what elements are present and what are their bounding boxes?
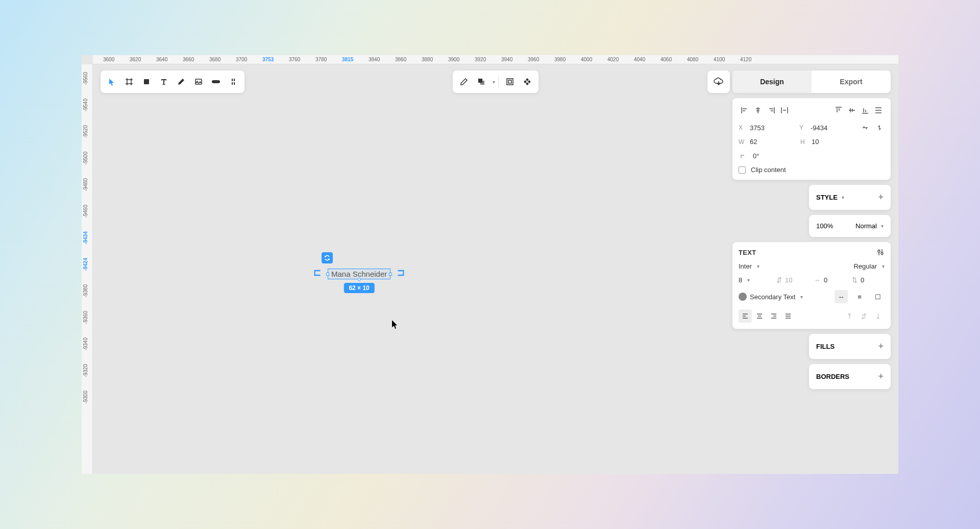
design-app-frame: 3600362036403660368037003753376037803815…: [82, 55, 898, 474]
ruler-tick: -9434: [83, 231, 88, 245]
align-justify-icon[interactable]: [778, 104, 791, 116]
opacity-value[interactable]: 100%: [816, 222, 833, 230]
svg-rect-6: [507, 79, 513, 85]
ruler-tick: 3960: [528, 57, 539, 62]
weight-chevron-icon[interactable]: ▾: [882, 263, 885, 269]
font-chevron-icon[interactable]: ▾: [757, 263, 760, 269]
letter-spacing[interactable]: 0: [824, 276, 827, 284]
clip-content-checkbox[interactable]: [739, 166, 746, 174]
auto-width-icon[interactable]: ↔: [835, 290, 848, 303]
svg-rect-3: [212, 80, 220, 83]
line-height-icon: ⇵: [776, 276, 782, 284]
arrange-tool[interactable]: [473, 74, 489, 90]
text-align-right-icon[interactable]: [767, 309, 780, 323]
blend-mode[interactable]: Normal: [855, 222, 877, 230]
distribute-icon[interactable]: [872, 104, 885, 116]
line-height[interactable]: 10: [785, 276, 792, 284]
style-label: STYLE: [816, 194, 838, 201]
image-tool[interactable]: [190, 74, 207, 90]
auto-height-icon[interactable]: ≡: [853, 290, 866, 303]
opacity-panel: 100% Normal▾: [809, 215, 891, 237]
fixed-size-icon[interactable]: ☐: [871, 290, 885, 303]
text-settings-icon[interactable]: [876, 248, 885, 256]
color-chevron-icon[interactable]: ▾: [800, 294, 803, 300]
text-align-center-icon[interactable]: [753, 309, 766, 323]
valign-bottom-icon[interactable]: ⤓: [871, 309, 885, 323]
x-label: X: [739, 124, 746, 131]
ruler-tick: -9500: [83, 152, 88, 165]
resize-handle-bottom[interactable]: [358, 278, 361, 281]
valign-top-icon[interactable]: ⤒: [843, 309, 856, 323]
text-tool[interactable]: [156, 74, 172, 90]
align-right-icon[interactable]: [765, 104, 777, 116]
edit-tool[interactable]: [456, 74, 472, 90]
group-tool[interactable]: [502, 74, 518, 90]
select-tool[interactable]: [104, 74, 120, 90]
text-content: Mana Schneider: [331, 270, 387, 278]
flip-v-icon[interactable]: [874, 123, 885, 133]
w-value[interactable]: 62: [750, 138, 775, 146]
font-size[interactable]: 8: [739, 276, 742, 284]
sync-badge-icon[interactable]: [322, 252, 333, 263]
create-component-tool[interactable]: [519, 74, 535, 90]
sync-button[interactable]: [707, 70, 730, 93]
pen-tool[interactable]: [173, 74, 189, 90]
fills-panel: FILLS +: [809, 334, 891, 359]
svg-rect-7: [508, 80, 511, 83]
align-bottom-icon[interactable]: [859, 104, 871, 116]
position-panel: X3753 Y-9434 W62 H10 0° Clip content: [732, 98, 891, 180]
text-panel-label: TEXT: [739, 249, 756, 256]
borders-panel: BORDERS +: [809, 364, 891, 389]
ruler-horizontal: 3600362036403660368037003753376037803815…: [93, 55, 898, 64]
ruler-tick: 3840: [369, 57, 380, 62]
tab-design[interactable]: Design: [732, 70, 812, 93]
rotation-value[interactable]: 0°: [753, 152, 778, 160]
selected-element[interactable]: ⊏ ⊐ Mana Schneider 62 × 10: [328, 269, 390, 279]
arrange-chevron-icon[interactable]: ▾: [493, 79, 495, 85]
ruler-tick: 3600: [103, 57, 114, 62]
flip-h-icon[interactable]: [860, 123, 870, 133]
x-value[interactable]: 3753: [750, 124, 775, 132]
style-panel: STYLE▾ +: [809, 185, 891, 210]
ruler-vertical: -9560-9540-9520-9500-9480-9460-9434-9424…: [82, 64, 93, 474]
ruler-tick: -9300: [83, 391, 88, 404]
blend-chevron-icon[interactable]: ▾: [881, 223, 884, 229]
tab-export[interactable]: Export: [812, 70, 891, 93]
canvas[interactable]: ▾ Design Export: [93, 64, 898, 474]
add-style-button[interactable]: +: [878, 192, 884, 203]
text-color-swatch[interactable]: [739, 293, 747, 301]
y-value[interactable]: -9434: [811, 124, 836, 132]
text-panel: TEXT Inter▾ Regular▾ 8▾ ⇵10 ↔0 ⇅0 Second…: [732, 242, 891, 329]
ruler-tick: 3780: [315, 57, 327, 62]
align-hcenter-icon[interactable]: [752, 104, 764, 116]
resize-handle-left[interactable]: [326, 273, 329, 276]
text-align-justify-icon[interactable]: [781, 309, 795, 323]
add-fill-button[interactable]: +: [878, 341, 884, 352]
text-element[interactable]: Mana Schneider: [328, 269, 390, 279]
resize-handle-right[interactable]: [389, 273, 392, 276]
ruler-tick: 4060: [660, 57, 672, 62]
rectangle-tool[interactable]: [138, 74, 155, 90]
align-left-icon[interactable]: [739, 104, 751, 116]
text-color-name[interactable]: Secondary Text: [750, 293, 795, 301]
text-align-left-icon[interactable]: [739, 309, 752, 323]
button-tool[interactable]: [208, 74, 224, 90]
font-family[interactable]: Inter: [739, 262, 752, 270]
paragraph-spacing[interactable]: 0: [861, 276, 864, 284]
size-chevron-icon[interactable]: ▾: [747, 277, 750, 283]
align-top-icon[interactable]: [832, 104, 845, 116]
align-vcenter-icon[interactable]: [846, 104, 858, 116]
ruler-tick: 3900: [448, 57, 459, 62]
valign-middle-icon[interactable]: ⇵: [857, 309, 870, 323]
h-value[interactable]: 10: [812, 138, 837, 146]
divider: [498, 76, 499, 88]
inspector-tabs: Design Export: [732, 70, 891, 93]
component-tool[interactable]: [225, 74, 241, 90]
style-chevron-icon[interactable]: ▾: [842, 195, 844, 200]
ruler-tick: -9460: [83, 205, 88, 218]
ruler-tick: 3880: [422, 57, 433, 62]
add-border-button[interactable]: +: [878, 371, 884, 382]
fills-label: FILLS: [816, 343, 835, 350]
font-weight[interactable]: Regular: [853, 262, 877, 270]
frame-tool[interactable]: [121, 74, 137, 90]
